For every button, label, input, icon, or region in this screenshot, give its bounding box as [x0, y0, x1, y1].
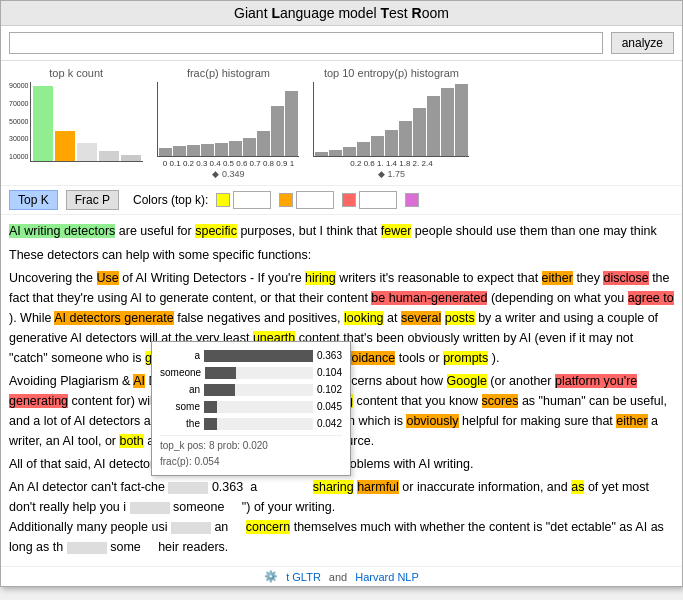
topk-bar-2 — [55, 131, 75, 161]
analyze-button[interactable]: analyze — [611, 32, 674, 54]
topk-chart-container: top k count 9000070000500003000010000 — [9, 67, 143, 162]
entropy-bars — [313, 82, 469, 157]
text-people: people should use them than one may thin… — [415, 224, 657, 238]
hl-ai-detectors: AI detectors generate — [54, 311, 174, 325]
entropy-bar-3 — [343, 147, 356, 156]
entropy-bar-11 — [455, 84, 468, 156]
entropy-bar-9 — [427, 96, 440, 156]
footer-gltr-link[interactable]: t GLTR — [286, 571, 321, 583]
footer: ⚙️ t GLTR and Harvard NLP — [1, 566, 682, 586]
entropy-bar-10 — [441, 88, 454, 156]
frac-p-tab[interactable]: Frac P — [66, 190, 119, 210]
fracp-bar-3 — [187, 145, 200, 156]
text-someone: someone — [173, 500, 238, 514]
text-heir-readers: heir readers. — [158, 540, 228, 554]
fracp-bar-2 — [173, 146, 186, 156]
popup-bar-container-5 — [204, 418, 313, 430]
swatch1-box — [216, 193, 230, 207]
text-uncovering: Uncovering the — [9, 271, 97, 285]
popup-row-5: the 0.042 — [160, 416, 342, 432]
text-or-another: (or another — [490, 374, 555, 388]
popup-bar-1 — [204, 350, 313, 362]
fracp-bar-5 — [215, 143, 228, 156]
text-are: are useful for — [119, 224, 195, 238]
popup-bar-container-4 — [204, 401, 313, 413]
text-while: ). While — [9, 311, 54, 325]
hl-prompts: prompts — [443, 351, 488, 365]
text-area: AI writing detectors are useful for spec… — [1, 215, 682, 566]
footer-nlp-link[interactable]: Harvard NLP — [355, 571, 419, 583]
hl-ai-writing: AI writing detectors — [9, 224, 115, 238]
popup-tooltip: a 0.363 someone 0.104 an 0.102 — [151, 341, 351, 476]
entropy-chart-container: top 10 entropy(p) histogram 0.2 0.6 1. 1… — [313, 67, 469, 179]
main-input[interactable] — [9, 32, 603, 54]
text-content-scores: content that you know — [356, 394, 481, 408]
fracp-chart-label: frac(p) histogram — [187, 67, 270, 79]
swatch1-input[interactable]: 10 — [233, 191, 271, 209]
top-k-tab[interactable]: Top K — [9, 190, 58, 210]
fracp-bar-10 — [285, 91, 298, 156]
topk-bar-1 — [33, 86, 53, 161]
popup-prob-2: 0.104 — [317, 365, 342, 381]
controls-row: Top K Frac P Colors (top k): 10 100 1000 — [1, 186, 682, 215]
popup-footer: top_k pos: 8 prob: 0.020 frac(p): 0.054 — [160, 435, 342, 470]
topk-chart-label: top k count — [49, 67, 103, 79]
colors-label: Colors (top k): — [133, 193, 208, 207]
hl-be-human: be human-generated — [371, 291, 487, 305]
popup-bar-container-3 — [204, 384, 313, 396]
paragraph4: An AI detector can't fact-che 0.363 a sh… — [9, 477, 674, 557]
fracp-bar-4 — [201, 144, 214, 156]
fracp-bar-1 — [159, 148, 172, 156]
text-some: some — [110, 540, 154, 554]
text-tools: tools or — [399, 351, 443, 365]
hl-hiring: hiring — [305, 271, 336, 285]
text-qs-paren: ") of your writing. — [242, 500, 335, 514]
popup-bar-container-1 — [204, 350, 313, 362]
swatch2-input[interactable]: 100 — [296, 191, 334, 209]
redacted-2 — [130, 502, 170, 514]
popup-footer-line1: top_k pos: 8 prob: 0.020 — [160, 438, 342, 454]
text-depending: (depending on what you — [491, 291, 628, 305]
fracp-bar-8 — [257, 131, 270, 156]
topk-chart-wrapper: 9000070000500003000010000 — [9, 82, 143, 162]
text-at: at — [387, 311, 401, 325]
text-or-inaccurate: or inaccurate information, and — [402, 480, 571, 494]
fracp-bars — [157, 82, 299, 157]
text-helpful: helpful for making sure that — [462, 414, 616, 428]
popup-bar-3 — [204, 384, 235, 396]
swatch3-input[interactable]: 1000 — [359, 191, 397, 209]
fracp-chart-container: frac(p) histogram 0 0.1 0.2 0.3 0.4 0.5 … — [157, 67, 299, 179]
text-they: they — [576, 271, 603, 285]
popup-prob-5: 0.042 — [317, 416, 342, 432]
text-false: false negatives and positives, — [177, 311, 344, 325]
swatch3-box — [342, 193, 356, 207]
swatch2-box — [279, 193, 293, 207]
swatch2: 100 — [279, 191, 334, 209]
popup-footer-line2: frac(p): 0.054 — [160, 454, 342, 470]
popup-row-1: a 0.363 — [160, 348, 342, 364]
hl-as: as — [571, 480, 584, 494]
text-363: 0.363 a — [212, 480, 309, 494]
fracp-marker: ◆ 0.349 — [212, 169, 244, 179]
swatch4-box — [405, 193, 419, 207]
popup-bar-4 — [204, 401, 217, 413]
line2: These detectors can help with some speci… — [9, 245, 674, 265]
fracp-bar-9 — [271, 106, 284, 156]
hl-several: several — [401, 311, 441, 325]
hl-posts: posts — [445, 311, 475, 325]
topk-bar-5 — [121, 155, 141, 161]
entropy-bar-8 — [413, 108, 426, 156]
popup-prob-1: 0.363 — [317, 348, 342, 364]
hl-scores: scores — [482, 394, 519, 408]
popup-bar-container-2 — [205, 367, 313, 379]
popup-row-3: an 0.102 — [160, 382, 342, 398]
hl-fewer: fewer — [381, 224, 412, 238]
hl-ai-det-content: AI — [133, 374, 145, 388]
redacted-4 — [67, 542, 107, 554]
topk-yaxis: 9000070000500003000010000 — [9, 82, 28, 162]
text-these-detectors: These detectors can help with some speci… — [9, 248, 311, 262]
fracp-axis: 0 0.1 0.2 0.3 0.4 0.5 0.6 0.7 0.8 0.9 1 — [163, 159, 294, 168]
popup-bar-2 — [205, 367, 236, 379]
main-window: Giant Language model Test Room analyze t… — [0, 0, 683, 587]
hl-use: Use — [97, 271, 119, 285]
